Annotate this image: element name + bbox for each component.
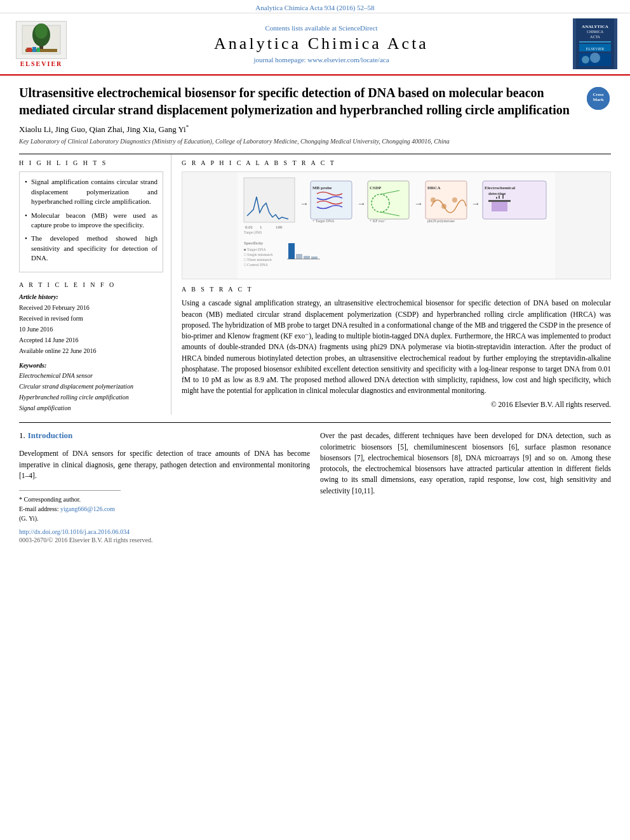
svg-rect-12: [579, 41, 611, 43]
abstract-section: A B S T R A C T Using a cascade signal a…: [182, 286, 611, 410]
svg-text:→: →: [300, 199, 309, 208]
svg-text:MB probe: MB probe: [312, 185, 332, 190]
svg-rect-49: [488, 200, 511, 202]
svg-rect-59: [288, 243, 295, 259]
keyword-1: Electrochemical DNA sensor: [19, 371, 163, 380]
intro-right-text: Over the past decades, different techniq…: [320, 430, 611, 497]
svg-point-16: [582, 56, 589, 63]
svg-text:CHIMICA: CHIMICA: [587, 30, 604, 34]
keyword-4: Signal amplification: [19, 404, 163, 413]
svg-text:□ Single mismatch: □ Single mismatch: [244, 253, 272, 257]
svg-text:ACTA: ACTA: [590, 35, 601, 39]
svg-point-17: [590, 53, 600, 63]
intro-left-col: 1. Introduction Development of DNA senso…: [19, 430, 310, 543]
abstract-heading: A B S T R A C T: [182, 286, 611, 293]
svg-text:Cross: Cross: [593, 92, 604, 97]
article-title-row: Ultrasensitive electrochemical biosensor…: [19, 84, 611, 119]
keywords-label: Keywords:: [19, 362, 163, 369]
svg-text:+ Target DNA: + Target DNA: [312, 219, 335, 223]
svg-text:□ Control DNA: □ Control DNA: [244, 263, 269, 267]
journal-thumbnail: ANALYTICA CHIMICA ACTA ELSEVIER: [573, 18, 617, 69]
highlight-item-1: Signal amplification contains circular s…: [25, 177, 158, 206]
copyright-text: © 2016 Elsevier B.V. All rights reserved…: [182, 399, 611, 410]
svg-text:Target (fM): Target (fM): [244, 230, 262, 235]
elsevier-logo-image: [16, 21, 67, 59]
journal-ref-text: Analytica Chimica Acta 934 (2016) 52–58: [255, 4, 374, 11]
available-date: Available online 22 June 2016: [19, 346, 163, 356]
svg-text:+ KF exo⁻: + KF exo⁻: [370, 219, 386, 223]
corresponding-note: * Corresponding author.: [19, 495, 121, 504]
keywords-section: Keywords: Electrochemical DNA sensor Cir…: [19, 362, 163, 413]
svg-rect-5: [27, 48, 32, 52]
main-content: Ultrasensitive electrochemical biosensor…: [0, 76, 630, 550]
affiliation: Key Laboratory of Clinical Laboratory Di…: [19, 137, 611, 146]
svg-rect-6: [32, 47, 36, 52]
svg-point-3: [35, 23, 48, 39]
svg-text:ELSEVIER: ELSEVIER: [586, 47, 604, 51]
svg-rect-7: [37, 48, 40, 52]
email-link[interactable]: yigang666@126.com: [60, 505, 115, 512]
section-divider: [19, 422, 611, 423]
svg-text:100: 100: [276, 225, 283, 230]
keyword-3: Hyperbranched rolling circle amplificati…: [19, 393, 163, 402]
svg-text:→: →: [471, 199, 480, 208]
doi-link[interactable]: http://dx.doi.org/10.1016/j.aca.2016.06.…: [19, 528, 310, 535]
accepted-date: Accepted 14 June 2016: [19, 335, 163, 345]
abstract-body: Using a cascade signal amplification str…: [182, 299, 611, 394]
graphical-abstract-image: 0.01 1 100 Target (fM) → MB probe + Targ…: [182, 171, 611, 279]
highlights-heading: H I G H L I G H T S: [19, 159, 163, 166]
svg-rect-62: [311, 257, 318, 259]
journal-center: Contents lists available at ScienceDirec…: [76, 24, 566, 63]
svg-text:CSDP: CSDP: [370, 185, 382, 190]
svg-text:Mark: Mark: [593, 97, 603, 102]
svg-text:phi29 polymerase: phi29 polymerase: [427, 219, 455, 223]
highlight-item-2: Molecular beacon (MB) were used as captu…: [25, 211, 158, 230]
received-revised-label: Received in revised form: [19, 314, 163, 323]
issn-text: 0003-2670/© 2016 Elsevier B.V. All right…: [19, 537, 310, 543]
revised-date: 10 June 2016: [19, 324, 163, 334]
svg-text:Specificity: Specificity: [244, 241, 264, 246]
intro-heading: Introduction: [28, 430, 73, 441]
svg-rect-60: [296, 254, 302, 259]
crossmark-circle: Cross Mark: [587, 87, 610, 110]
elsevier-logo: ELSEVIER: [13, 21, 70, 67]
svg-point-42: [441, 204, 446, 209]
intro-right-col: Over the past decades, different techniq…: [320, 430, 611, 543]
authors-text: Xiaolu Li, Jing Guo, Qian Zhai, Jing Xia…: [19, 124, 186, 134]
svg-text:ANALYTICA: ANALYTICA: [582, 24, 608, 29]
article-info-heading: A R T I C L E I N F O: [19, 281, 163, 288]
svg-rect-61: [304, 256, 310, 259]
journal-name: Analytica Chimica Acta: [76, 34, 566, 53]
highlights-abstract-section: H I G H L I G H T S Signal amplification…: [19, 154, 611, 415]
corresponding-text: * Corresponding author.: [19, 496, 81, 503]
abstract-text: Using a cascade signal amplification str…: [182, 298, 611, 410]
email-note: E-mail address: yigang666@126.com (G. Yi…: [19, 504, 121, 523]
journal-reference-bar: Analytica Chimica Acta 934 (2016) 52–58: [0, 0, 630, 13]
footnote-area: * Corresponding author. E-mail address: …: [19, 490, 121, 523]
intro-number: 1.: [19, 430, 25, 441]
corresponding-marker: *: [186, 124, 189, 130]
graphical-abstract-heading: G R A P H I C A L A B S T R A C T: [182, 159, 611, 166]
highlights-box: Signal amplification contains circular s…: [19, 171, 163, 272]
elsevier-label: ELSEVIER: [20, 60, 63, 67]
sciencedirect-link[interactable]: Contents lists available at ScienceDirec…: [76, 24, 566, 32]
svg-text:0.01: 0.01: [245, 225, 253, 230]
keyword-2: Circular strand displacement polymerizat…: [19, 382, 163, 391]
svg-text:1: 1: [260, 225, 262, 230]
svg-text:→: →: [414, 199, 423, 208]
article-info-section: A R T I C L E I N F O Article history: R…: [19, 281, 163, 413]
article-history-label: Article history:: [19, 293, 163, 300]
right-column: G R A P H I C A L A B S T R A C T 0.01 1…: [182, 154, 611, 415]
highlight-item-3: The developed method showed high sensiti…: [25, 234, 158, 263]
svg-point-41: [431, 197, 436, 203]
svg-rect-50: [492, 202, 507, 211]
article-title: Ultrasensitive electrochemical biosensor…: [19, 84, 580, 119]
crossmark-badge[interactable]: Cross Mark: [587, 87, 611, 110]
left-column: H I G H L I G H T S Signal amplification…: [19, 154, 171, 415]
svg-text:■ Target DNA: ■ Target DNA: [244, 248, 266, 251]
received-date: Received 20 February 2016: [19, 303, 163, 312]
svg-text:□ Three mismatch: □ Three mismatch: [244, 258, 272, 262]
sciencedirect-text: Contents lists available at ScienceDirec…: [265, 24, 377, 32]
journal-header: ELSEVIER Contents lists available at Sci…: [0, 13, 630, 76]
journal-url[interactable]: journal homepage: www.elsevier.com/locat…: [76, 56, 566, 63]
